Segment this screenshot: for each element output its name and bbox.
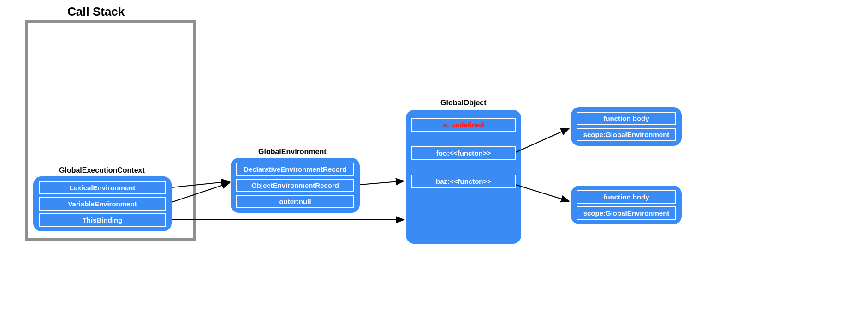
fn2-scope: scope:GlobalEnvironment — [577, 206, 676, 220]
gec-lexical: LexicalEnvironment — [39, 181, 166, 194]
go-heading: GlobalObject — [440, 99, 487, 107]
svg-line-5 — [516, 128, 569, 152]
fn2-box: function body scope:GlobalEnvironment — [571, 186, 682, 224]
fn1-scope: scope:GlobalEnvironment — [577, 128, 676, 141]
gec-this: ThisBinding — [39, 213, 166, 227]
fn2-body: function body — [577, 190, 676, 204]
go-a: a: undefined — [411, 118, 516, 132]
fn1-body: function body — [577, 112, 676, 125]
go-foo: foo:<<functon>> — [411, 146, 516, 160]
go-baz: baz:<<functon>> — [411, 175, 516, 188]
diagram-canvas: Call Stack GlobalExecutionContext Lexica… — [0, 0, 868, 325]
ge-outer: outer:null — [236, 195, 354, 208]
fn1-box: function body scope:GlobalEnvironment — [571, 107, 682, 146]
ge-der: DeclarativeEnvironmentRecord — [236, 162, 354, 176]
ge-oer: ObjectEnvironmentRecord — [236, 179, 354, 192]
gec-variable: VariableEnvironment — [39, 197, 166, 211]
gec-box: LexicalEnvironment VariableEnvironment T… — [33, 176, 172, 231]
svg-line-6 — [516, 185, 569, 201]
gec-heading: GlobalExecutionContext — [59, 166, 145, 175]
svg-line-3 — [360, 181, 404, 185]
go-box: a: undefined foo:<<functon>> baz:<<funct… — [406, 110, 521, 244]
call-stack-title: Call Stack — [67, 5, 125, 19]
ge-box: DeclarativeEnvironmentRecord ObjectEnvir… — [231, 158, 360, 213]
ge-heading: GlobalEnvironment — [258, 148, 327, 156]
